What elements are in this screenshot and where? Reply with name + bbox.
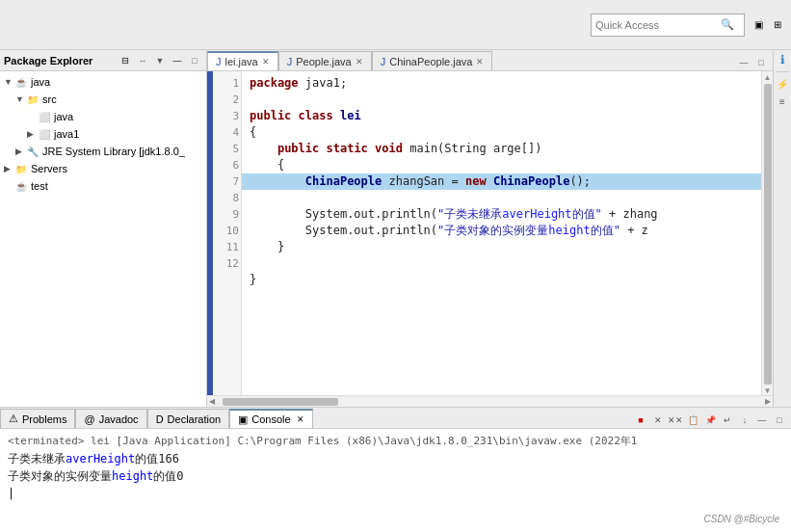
- tree-label: java1: [54, 128, 79, 140]
- top-toolbar: 🔍 ▣ ⊞: [0, 0, 791, 50]
- panel-explorer-title: Package Explorer: [4, 55, 118, 66]
- editor-content[interactable]: 1 2 3 4 5 6 7 8 9 10 11 12 package java1…: [207, 71, 773, 395]
- scroll-thumb[interactable]: [764, 84, 772, 385]
- toolbar-right-icons: ▣ ⊞: [749, 15, 787, 35]
- tab-chinapeople-java[interactable]: J ChinaPeople.java ✕: [372, 51, 493, 70]
- tree-label: java: [54, 111, 73, 122]
- btn-scroll[interactable]: ↓: [737, 412, 752, 428]
- toolbar-btn-1[interactable]: ▣: [749, 15, 768, 35]
- package-icon: ⬜: [37, 109, 52, 124]
- tree-item-java-pkg[interactable]: ⬜ java: [0, 108, 206, 125]
- editor-max-icon[interactable]: □: [753, 55, 769, 70]
- tree-label: test: [31, 180, 48, 192]
- tree-item-test[interactable]: ☕ test: [0, 177, 206, 195]
- sidebar-divider: [776, 71, 789, 72]
- tab-label: Declaration: [168, 413, 222, 425]
- src-icon: 📁: [25, 92, 40, 107]
- tree-item-servers[interactable]: ▶ 📁 Servers: [0, 160, 206, 177]
- tree-item-jre[interactable]: ▶ 🔧 JRE System Library [jdk1.8.0_: [0, 143, 206, 160]
- tab-label: People.java: [296, 56, 352, 67]
- quick-access-box[interactable]: 🔍: [591, 13, 745, 37]
- problems-icon: ⚠: [9, 412, 18, 425]
- scroll-down-btn[interactable]: ▼: [764, 386, 772, 395]
- bottom-min-icon[interactable]: —: [754, 412, 770, 428]
- panel-explorer-icons: ⊟ ↔ ▼ — □: [118, 53, 202, 68]
- tree-label: src: [42, 93, 57, 105]
- v-scrollbar[interactable]: ▲ ▼: [761, 71, 773, 395]
- h-scrollbar[interactable]: ◀ ▶: [207, 395, 773, 407]
- line-numbers: 1 2 3 4 5 6 7 8 9 10 11 12: [213, 71, 242, 395]
- tab-file-icon: J: [287, 56, 293, 67]
- quick-access-input[interactable]: [595, 19, 721, 31]
- tree-arrow: ▶: [27, 129, 37, 139]
- tab-label: lei.java: [225, 56, 258, 67]
- link-icon[interactable]: ↔: [135, 53, 150, 68]
- tab-file-icon: J: [216, 56, 222, 67]
- console-cursor-line: |: [8, 485, 783, 502]
- scroll-up-btn[interactable]: ▲: [764, 73, 772, 82]
- maximize-icon[interactable]: □: [187, 53, 202, 68]
- content-row: Package Explorer ⊟ ↔ ▼ — □ ▼ ☕ java: [0, 50, 791, 407]
- tab-console[interactable]: ▣ Console ✕: [229, 409, 312, 428]
- declaration-icon: D: [156, 413, 164, 425]
- btn-wrap[interactable]: ↵: [720, 412, 735, 428]
- btn-pin[interactable]: 📌: [702, 412, 718, 428]
- tab-close-icon[interactable]: ✕: [356, 57, 363, 66]
- tab-close-icon[interactable]: ✕: [262, 57, 270, 66]
- sidebar-right-icon-2[interactable]: ⚡: [775, 76, 790, 92]
- scroll-left-btn[interactable]: ◀: [209, 397, 215, 406]
- jre-icon: 🔧: [25, 144, 40, 159]
- tree-label: java: [31, 76, 50, 88]
- dropdown-icon[interactable]: ▼: [152, 53, 168, 68]
- minimize-icon[interactable]: —: [170, 53, 185, 68]
- test-icon: ☕: [13, 178, 29, 194]
- tab-declaration[interactable]: D Declaration: [147, 409, 230, 428]
- tab-close[interactable]: ✕: [297, 414, 304, 424]
- code-editor[interactable]: package java1; public class lei { public…: [242, 71, 761, 395]
- btn-copy[interactable]: 📋: [685, 412, 700, 428]
- tree-arrow: ▶: [15, 146, 25, 156]
- javadoc-icon: @: [84, 413, 94, 425]
- bottom-tab-icons: ■ ✕ ✕✕ 📋 📌 ↵ ↓ — □: [633, 412, 791, 428]
- sidebar-right-icon-3[interactable]: ≡: [775, 93, 790, 109]
- tree-content: ▼ ☕ java ▼ 📁 src ⬜ java ▶: [0, 71, 206, 407]
- btn-terminate[interactable]: ■: [633, 412, 648, 428]
- tree-arrow: ▼: [15, 94, 25, 104]
- h-scroll-thumb[interactable]: [223, 398, 338, 406]
- btn-remove[interactable]: ✕: [650, 412, 666, 428]
- sidebar-right-icon-1[interactable]: ℹ: [775, 52, 790, 67]
- console-terminated-line: <terminated> lei [Java Application] C:\P…: [8, 433, 783, 450]
- servers-icon: 📁: [13, 161, 29, 176]
- console-output-1: 子类未继承averHeight的值166: [8, 450, 783, 467]
- package-explorer: Package Explorer ⊟ ↔ ▼ — □ ▼ ☕ java: [0, 50, 207, 407]
- tree-item-java1-pkg[interactable]: ▶ ⬜ java1: [0, 125, 206, 143]
- bottom-panel: ⚠ Problems @ Javadoc D Declaration ▣ Con…: [0, 407, 791, 532]
- scroll-right-btn[interactable]: ▶: [765, 397, 771, 406]
- btn-remove-all[interactable]: ✕✕: [668, 412, 683, 428]
- tree-arrow: ▶: [4, 164, 13, 173]
- tree-label: Servers: [31, 163, 67, 174]
- tab-people-java[interactable]: J People.java ✕: [278, 51, 372, 70]
- console-content: <terminated> lei [Java Application] C:\P…: [0, 429, 791, 532]
- console-output-2: 子类对象的实例变量height的值0: [8, 467, 783, 485]
- tab-file-icon: J: [381, 56, 386, 67]
- package-icon: ⬜: [37, 126, 52, 142]
- bottom-tabs: ⚠ Problems @ Javadoc D Declaration ▣ Con…: [0, 408, 791, 429]
- tab-lei-java[interactable]: J lei.java ✕: [207, 51, 278, 70]
- collapse-icon[interactable]: ⊟: [118, 53, 133, 68]
- editor-tabs: J lei.java ✕ J People.java ✕ J ChinaPeop…: [207, 50, 773, 71]
- tab-problems[interactable]: ⚠ Problems: [0, 409, 75, 428]
- editor-min-icon[interactable]: —: [736, 55, 751, 70]
- tree-item-src[interactable]: ▼ 📁 src: [0, 91, 206, 108]
- tab-label: Problems: [22, 413, 66, 425]
- toolbar-btn-2[interactable]: ⊞: [768, 15, 787, 35]
- search-icon: 🔍: [721, 18, 734, 31]
- tree-item-java[interactable]: ▼ ☕ java: [0, 73, 206, 91]
- console-icon: ▣: [238, 413, 248, 426]
- tab-close-icon[interactable]: ✕: [476, 57, 484, 66]
- editor-area: J lei.java ✕ J People.java ✕ J ChinaPeop…: [207, 50, 774, 407]
- bottom-max-icon[interactable]: □: [772, 412, 787, 428]
- project-icon: ☕: [13, 74, 29, 90]
- tab-javadoc[interactable]: @ Javadoc: [75, 409, 146, 428]
- tree-label: JRE System Library [jdk1.8.0_: [42, 146, 185, 157]
